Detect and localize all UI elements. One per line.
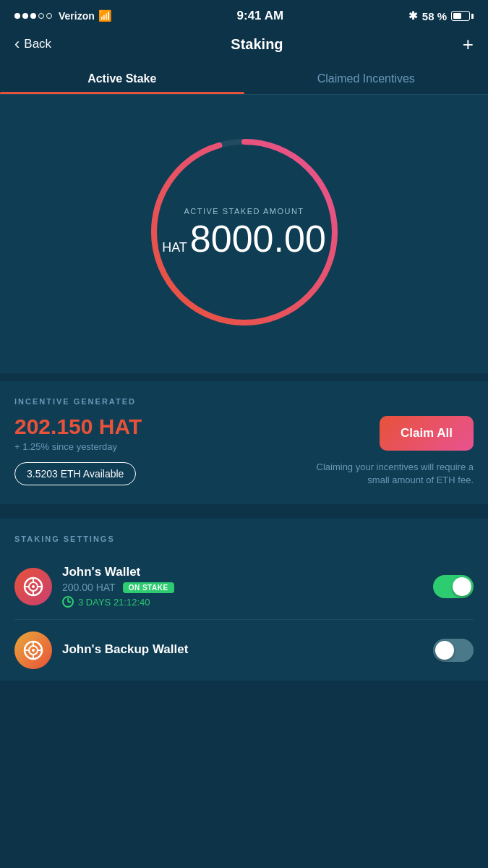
wallet-2-toggle-knob <box>435 641 454 660</box>
signal-dot-4 <box>38 13 44 19</box>
signal-dot-1 <box>14 13 20 19</box>
staking-settings-label: STAKING SETTINGS <box>14 535 474 543</box>
divider-2 <box>0 504 488 511</box>
wallet-1-info: John's Wallet 200.00 HAT ON STAKE 3 DAYS… <box>62 565 433 608</box>
circle-label: ACTIVE STAKED AMOUNT <box>184 207 304 216</box>
wallet-1-timer-row: 3 DAYS 21:12:40 <box>62 596 433 608</box>
battery-percent: 58 % <box>422 10 447 22</box>
circle-section: ACTIVE STAKED AMOUNT HAT 8000.00 <box>0 95 488 373</box>
wallet-item-2: John's Backup Wallet <box>14 620 474 681</box>
carrier-label: Verizon <box>59 10 95 22</box>
wallet-2-symbol <box>22 639 45 662</box>
tab-claimed-incentives[interactable]: Claimed Incentives <box>244 62 489 94</box>
wallet-2-toggle[interactable] <box>433 639 474 662</box>
incentive-since: + 1.25% since yesterday <box>14 441 142 452</box>
back-chevron-icon: ‹ <box>14 35 20 54</box>
wallet-2-name: John's Backup Wallet <box>62 642 433 657</box>
battery-fill <box>453 13 461 19</box>
wallet-1-name: John's Wallet <box>62 565 433 579</box>
wallet-1-amount: 200.00 HAT <box>62 582 116 593</box>
eth-fee-note: Claiming your incentives will require a … <box>314 461 474 487</box>
eth-row: 3.5203 ETH Available Claiming your incen… <box>14 461 474 487</box>
wallet-1-sub: 200.00 HAT ON STAKE <box>62 582 433 593</box>
wallet-1-symbol <box>22 575 45 598</box>
signal-dot-3 <box>30 13 36 19</box>
wallet-1-badge: ON STAKE <box>123 582 174 593</box>
timer-icon <box>62 596 74 608</box>
add-button[interactable]: + <box>463 35 474 54</box>
bluetooth-icon: ✱ <box>408 9 418 22</box>
wallet-2-icon <box>14 631 52 669</box>
claim-all-button[interactable]: Claim All <box>380 416 474 451</box>
svg-point-4 <box>32 585 35 588</box>
incentive-left: 202.150 HAT + 1.25% since yesterday <box>14 416 142 452</box>
battery-body <box>451 11 470 21</box>
wallet-item-1: John's Wallet 200.00 HAT ON STAKE 3 DAYS… <box>14 553 474 620</box>
incentive-section: INCENTIVE GENERATED 202.150 HAT + 1.25% … <box>0 380 488 504</box>
status-time: 9:41 AM <box>237 9 284 23</box>
back-button[interactable]: ‹ Back <box>14 35 51 54</box>
wifi-icon: 📶 <box>98 9 112 22</box>
tab-active-stake[interactable]: Active Stake <box>0 62 244 94</box>
incentive-row: 202.150 HAT + 1.25% since yesterday Clai… <box>14 416 474 452</box>
incentive-amount: 202.150 HAT <box>14 416 142 438</box>
svg-point-11 <box>32 649 35 652</box>
page-title: Staking <box>231 36 283 53</box>
circle-currency: HAT <box>162 240 187 255</box>
wallet-1-toggle-knob <box>453 577 471 596</box>
staked-amount-circle: ACTIVE STAKED AMOUNT HAT 8000.00 <box>143 131 346 333</box>
wallet-1-icon <box>14 568 52 605</box>
battery-tip <box>471 14 474 19</box>
tabs-container: Active Stake Claimed Incentives <box>0 62 488 95</box>
status-right: ✱ 58 % <box>408 9 474 22</box>
signal-dot-5 <box>46 13 52 19</box>
back-label: Back <box>24 37 51 51</box>
circle-content: ACTIVE STAKED AMOUNT HAT 8000.00 <box>143 131 346 333</box>
circle-amount-row: HAT 8000.00 <box>162 220 326 258</box>
wallet-1-timer-text: 3 DAYS 21:12:40 <box>78 597 150 608</box>
nav-bar: ‹ Back Staking + <box>0 29 488 62</box>
wallet-1-toggle[interactable] <box>433 575 474 598</box>
signal-dots <box>14 13 52 19</box>
divider-1 <box>0 373 488 380</box>
battery-indicator <box>451 11 474 21</box>
status-bar: Verizon 📶 9:41 AM ✱ 58 % <box>0 0 488 29</box>
tab-claimed-incentives-label: Claimed Incentives <box>317 72 415 85</box>
staking-settings-section: STAKING SETTINGS John's Wallet 200.00 HA… <box>0 519 488 681</box>
wallet-2-info: John's Backup Wallet <box>62 642 433 659</box>
status-left: Verizon 📶 <box>14 9 112 22</box>
incentive-section-label: INCENTIVE GENERATED <box>14 397 474 406</box>
circle-amount: 8000.00 <box>190 220 326 258</box>
signal-dot-2 <box>22 13 28 19</box>
tab-active-stake-label: Active Stake <box>87 72 156 85</box>
eth-available-badge: 3.5203 ETH Available <box>14 462 136 485</box>
